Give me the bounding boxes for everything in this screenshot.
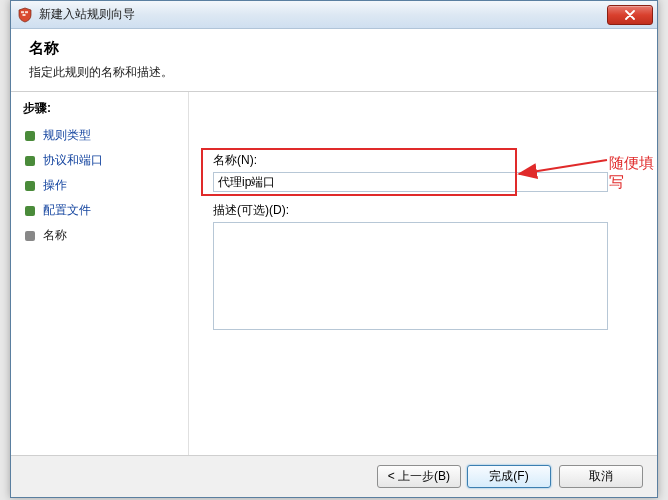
bullet-icon [25, 181, 35, 191]
page-title: 名称 [29, 39, 639, 58]
back-next-group: < 上一步(B) 完成(F) [377, 465, 551, 488]
back-button[interactable]: < 上一步(B) [377, 465, 461, 488]
step-label[interactable]: 规则类型 [43, 127, 91, 144]
main-panel: 名称(N): 描述(可选)(D): 随便填写 [189, 92, 657, 455]
bullet-icon [25, 206, 35, 216]
step-label[interactable]: 配置文件 [43, 202, 91, 219]
step-label[interactable]: 协议和端口 [43, 152, 103, 169]
bullet-icon [25, 231, 35, 241]
step-protocol-port[interactable]: 协议和端口 [23, 148, 188, 173]
wizard-window: 新建入站规则向导 名称 指定此规则的名称和描述。 步骤: 规则类型 协议和端口 … [10, 0, 658, 498]
firewall-icon [17, 7, 33, 23]
bullet-icon [25, 156, 35, 166]
header-pane: 名称 指定此规则的名称和描述。 [11, 29, 657, 92]
footer: < 上一步(B) 完成(F) 取消 [11, 455, 657, 497]
name-input[interactable] [213, 172, 608, 192]
step-profile[interactable]: 配置文件 [23, 198, 188, 223]
bullet-icon [25, 131, 35, 141]
steps-sidebar: 步骤: 规则类型 协议和端口 操作 配置文件 名称 [11, 92, 189, 455]
page-subtitle: 指定此规则的名称和描述。 [29, 64, 639, 81]
name-field-row: 名称(N): [213, 152, 633, 192]
svg-rect-0 [21, 11, 24, 13]
svg-rect-2 [23, 14, 26, 16]
body: 步骤: 规则类型 协议和端口 操作 配置文件 名称 [11, 92, 657, 455]
cancel-button[interactable]: 取消 [559, 465, 643, 488]
titlebar: 新建入站规则向导 [11, 1, 657, 29]
steps-heading: 步骤: [23, 100, 188, 117]
description-label: 描述(可选)(D): [213, 202, 633, 219]
close-button[interactable] [607, 5, 653, 25]
step-name: 名称 [23, 223, 188, 248]
svg-rect-1 [25, 11, 28, 13]
step-action[interactable]: 操作 [23, 173, 188, 198]
description-textarea[interactable] [213, 222, 608, 330]
name-label: 名称(N): [213, 152, 633, 169]
window-title: 新建入站规则向导 [39, 6, 607, 23]
finish-button[interactable]: 完成(F) [467, 465, 551, 488]
step-rule-type[interactable]: 规则类型 [23, 123, 188, 148]
description-field-row: 描述(可选)(D): [213, 202, 633, 333]
step-label: 名称 [43, 227, 67, 244]
step-label[interactable]: 操作 [43, 177, 67, 194]
